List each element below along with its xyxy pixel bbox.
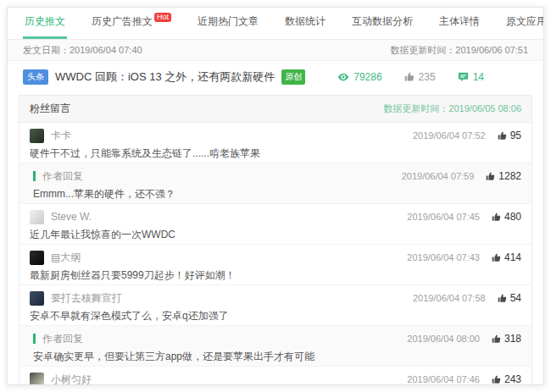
reply-item: 作者回复2019/06/04 08:00318安卓确实更早，但要让第三方app做… [19,326,532,367]
thumb-icon [498,131,507,141]
comment-count: 14 [473,71,484,83]
thumb-icon [492,334,501,344]
comment-meta: 2019/06/04 07:5854 [413,292,521,304]
info-bar: 发文日期：2019/06/04 07:40 数据更新时间：2019/06/06 … [8,40,543,61]
original-badge: 原创 [281,69,305,85]
thumb-icon [498,294,507,303]
tab-badge-hot: Hot [154,13,171,22]
tab-label: 近期热门文章 [198,15,259,27]
comment-text: 最新厨房刨丝器只要5999刀起步！好评如潮！ [30,269,521,281]
comment-like-count: 54 [510,292,521,304]
comments-updated-time: 数据更新时间：2019/06/05 08:06 [383,102,521,115]
like-count-stat: 235 [404,71,436,83]
comment-meta: 2019/06/04 08:00318 [407,333,521,345]
comment-item: Steve W.2019/06/04 07:45480近几年最让我惊喜的一次WW… [19,204,532,245]
avatar [30,129,44,143]
author-reply-bar [33,171,36,181]
comment-item: 小树匀好2019/06/04 07:46243不做谁都可以摩擦，一做谁都比不上 [19,367,532,385]
thumb-icon [404,72,415,82]
article-title[interactable]: WWDC 回顾：iOS 13 之外，还有两款新硬件 [55,69,275,85]
comment-like-count: 318 [504,333,521,345]
comments-panel-header: 粉丝留言 数据更新时间：2019/06/05 08:06 [19,96,532,123]
headline-badge: 头条 [23,69,48,85]
comment-date: 2019/06/04 07:43 [407,252,480,262]
tab-4[interactable]: 互动数据分析 [350,7,415,39]
author-reply-label: 作者回复 [42,169,83,184]
thumb-icon [492,375,501,384]
comment-date: 2019/06/04 07:58 [413,293,486,303]
comment-header: 要打去核舞宣打2019/06/04 07:5854 [30,290,521,306]
tab-label: 历史广告推文 [92,15,153,27]
comment-header: 卡卡2019/06/04 07:5295 [30,128,521,143]
tab-6[interactable]: 原文应用New [504,7,544,39]
tab-label: 主体详情 [439,15,480,27]
comment-meta: 2019/06/04 07:43414 [407,251,521,263]
comment-header: ▤大纲2019/06/04 07:43414 [30,250,521,265]
comment-count-stat: 14 [458,71,484,83]
eye-icon [337,71,349,83]
comment-like-count: 414 [504,251,521,263]
comment-like-count: 95 [510,130,521,141]
data-updated-time: 数据更新时间：2019/06/06 07:51 [390,44,528,57]
reply-item: 作者回复2019/06/04 07:591282Emmm...苹果的硬件，还不强… [19,163,532,204]
tab-0[interactable]: 历史推文 [23,7,67,39]
avatar [30,291,44,306]
article-stats: 79286 235 14 [315,71,484,83]
comment-like-count: 480 [504,211,521,223]
comment-date: 2019/06/04 08:00 [407,334,480,344]
main-card: 历史推文历史广告推文Hot近期热门文章数据统计互动数据分析主体详情原文应用New… [7,7,544,385]
comment-item: ▤大纲2019/06/04 07:43414最新厨房刨丝器只要5999刀起步！好… [19,245,532,285]
comment-item: 要打去核舞宣打2019/06/04 07:5854安卓不早就有深色模式了么，安卓… [19,285,532,326]
comment-text: Emmm...苹果的硬件，还不强？ [33,188,521,200]
publish-date: 发文日期：2019/06/04 07:40 [23,44,142,57]
thumb-icon [492,253,501,262]
avatar [30,373,44,386]
tab-label: 原文应用 [506,15,544,27]
comments-panel: 粉丝留言 数据更新时间：2019/06/05 08:06 卡卡2019/06/0… [19,95,532,385]
comment-header: 小树匀好2019/06/04 07:46243 [30,372,521,385]
comment-text: 安卓确实更早，但要让第三方app做，还是要苹果出手才有可能 [33,351,521,362]
author-reply-label: 作者回复 [42,332,83,346]
commenter-name: 卡卡 [51,129,71,143]
comment-date: 2019/06/04 07:45 [407,212,480,222]
read-count: 79286 [353,71,381,83]
comment-meta: 2019/06/04 07:46243 [407,373,521,385]
tab-label: 历史推文 [25,15,65,27]
thumb-icon [492,213,501,222]
comment-header: Steve W.2019/06/04 07:45480 [30,209,521,224]
reply-header: 作者回复2019/06/04 07:591282 [33,168,521,184]
reply-header: 作者回复2019/06/04 08:00318 [33,331,521,346]
article-row: 头条 WWDC 回顾：iOS 13 之外，还有两款新硬件 原创 79286 23… [8,61,543,92]
message-bubble-icon [458,71,469,82]
thumb-icon [486,172,495,181]
comment-like-count: 1282 [498,170,521,182]
comment-date: 2019/06/04 07:59 [402,171,475,181]
comments-list: 卡卡2019/06/04 07:5295硬件干不过，只能靠系统及生态链了....… [19,123,532,385]
comment-text: 近几年最让我惊喜的一次WWDC [30,229,521,240]
comment-date: 2019/06/04 07:52 [413,130,486,141]
comment-text: 硬件干不过，只能靠系统及生态链了......啃老族苹果 [30,147,521,159]
tab-2[interactable]: 近期热门文章 [196,7,260,39]
tab-label: 互动数据分析 [352,15,413,27]
comment-meta: 2019/06/04 07:591282 [402,170,521,182]
author-reply-bar [33,334,36,344]
comments-panel-title: 粉丝留言 [30,102,70,116]
commenter-name: Steve W. [51,211,92,223]
like-count: 235 [419,71,436,83]
tab-5[interactable]: 主体详情 [437,7,481,39]
tab-bar: 历史推文历史广告推文Hot近期热门文章数据统计互动数据分析主体详情原文应用New… [8,8,543,40]
comment-meta: 2019/06/04 07:45480 [407,211,521,223]
avatar [30,251,44,265]
comment-date: 2019/06/04 07:46 [407,374,480,384]
comment-like-count: 243 [504,373,521,385]
comment-meta: 2019/06/04 07:5295 [413,130,521,141]
commenter-name: ▤大纲 [51,251,81,265]
avatar [30,210,44,224]
commenter-name: 要打去核舞宣打 [51,291,122,306]
tab-1[interactable]: 历史广告推文Hot [90,7,173,39]
read-count-stat: 79286 [337,71,381,83]
comment-text: 安卓不早就有深色模式了么，安卓q还加强了 [30,310,521,322]
commenter-name: 小树匀好 [51,373,92,386]
comment-item: 卡卡2019/06/04 07:5295硬件干不过，只能靠系统及生态链了....… [19,123,532,163]
tab-3[interactable]: 数据统计 [283,7,327,39]
